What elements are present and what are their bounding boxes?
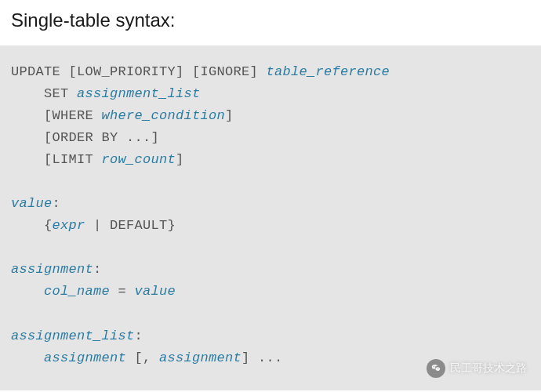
ident-assignment-list: assignment_list [77,86,201,101]
code-block: UPDATE [LOW_PRIORITY] [IGNORE] table_ref… [0,45,541,390]
blank-line-1 [11,171,530,193]
ident-value-ref: value [135,284,176,299]
kw-col-indent [11,284,44,299]
kw-where-close: ] [225,108,234,123]
code-line-value-label: value: [11,193,530,215]
kw-value-open: { [11,218,53,233]
wechat-icon [427,359,445,378]
page-title: Single-table syntax: [0,0,541,45]
attribution: 民工哥技术之路 [427,359,527,378]
kw-al-sep: [, [126,350,159,365]
kw-update: UPDATE [11,64,60,79]
kw-ignore: [IGNORE] [184,64,267,79]
kw-orderby: [ORDER BY ...] [11,130,159,145]
ident-table-reference: table_reference [267,64,390,79]
ident-col-name: col_name [44,284,110,299]
code-line-where: [WHERE where_condition] [11,105,530,127]
ident-where-condition: where_condition [102,108,226,123]
kw-al-indent [11,350,44,365]
ident-al-label: assignment_list [11,328,135,343]
ident-assignment-label: assignment [11,262,93,277]
blank-line-3 [11,303,530,325]
kw-limit-open: [LIMIT [11,152,102,167]
code-line-limit: [LIMIT row_count] [11,149,530,171]
kw-where-open: [WHERE [11,108,102,123]
code-line-al-label: assignment_list: [11,325,530,347]
ident-value-label: value [11,196,53,211]
kw-al-end: ] ... [241,350,283,365]
kw-low-priority: [LOW_PRIORITY] [60,64,184,79]
ident-al-assignment1: assignment [44,350,126,365]
code-line-assignment-body: col_name = value [11,281,530,303]
code-line-value-body: {expr | DEFAULT} [11,215,530,237]
blank-line-2 [11,237,530,259]
kw-value-close: | DEFAULT} [85,218,176,233]
code-line-orderby: [ORDER BY ...] [11,127,530,149]
attribution-text: 民工哥技术之路 [450,361,527,376]
code-line-set: SET assignment_list [11,83,530,105]
kw-set: SET [11,86,77,101]
ident-al-assignment2: assignment [159,350,241,365]
kw-al-colon: : [135,328,143,343]
code-line-assignment-label: assignment: [11,259,530,281]
ident-expr: expr [53,218,85,233]
code-line-update: UPDATE [LOW_PRIORITY] [IGNORE] table_ref… [11,61,530,83]
kw-assignment-colon: : [93,262,102,277]
kw-limit-close: ] [176,152,184,167]
kw-equals: = [110,284,135,299]
kw-value-colon: : [53,196,61,211]
ident-row-count: row_count [102,152,176,167]
